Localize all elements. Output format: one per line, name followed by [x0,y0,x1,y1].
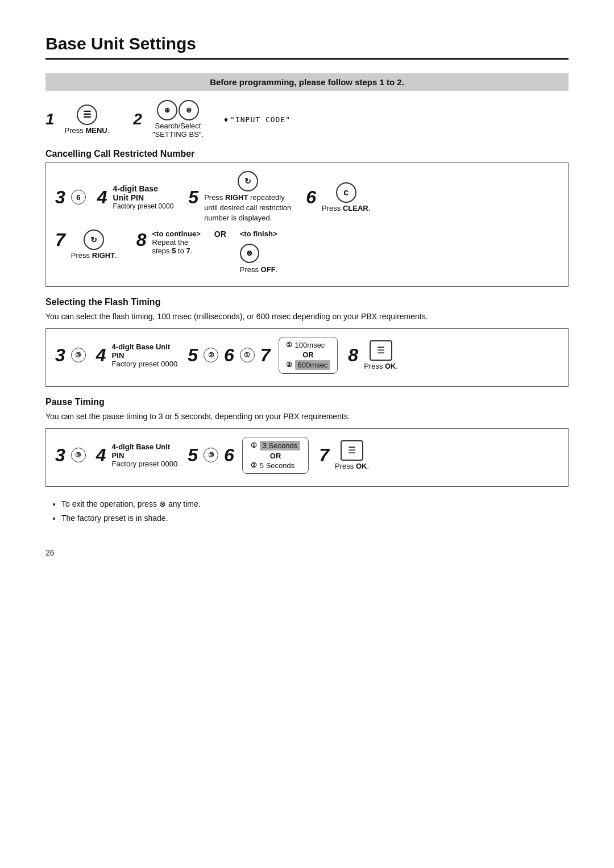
pause-step-3-sub: ③ [71,448,86,462]
pause-step-4: 4 [96,445,106,466]
flash-option-1: ① 100msec [286,341,331,349]
search-icon-2: ⊛ [179,100,199,120]
search-icon-1: ⊕ [157,100,177,120]
pause-ok-label: Press OK. [335,462,369,470]
prereq-bar: Before programming, please follow steps … [45,73,569,91]
flash-option-2: ② 600msec [286,360,331,370]
flash-step-4: 4 [96,345,106,366]
menu-icon: ☰ [77,105,97,125]
pause-step-7-block: ☰ Press OK. [335,440,369,470]
prereq-step-2-label: Search/Select"SETTING BS". [152,122,204,139]
input-code-text: "INPUT CODE" [230,115,291,124]
bullet-2: The factory preset is in shade. [61,511,569,525]
step-6-label: Press CLEAR. [322,204,370,212]
step-7-label: Press RIGHT. [71,251,117,260]
pause-ok-icon: ☰ [341,440,363,461]
step-8-num: 8 [136,229,147,251]
off-icon: ⊗ [240,244,259,263]
prereq-steps-row: 1 ☰ Press MENU. 2 ⊕ ⊛ Search/Select"SETT… [45,100,569,139]
pause-step-5: 5 [188,445,198,466]
flash-step-4-desc: 4-digit Base Unit PIN Factory preset 000… [112,343,178,368]
flash-option-2-label: 600msec [295,360,331,370]
flash-step-5-sub: ② [204,348,218,362]
step-5-block: ↻ Press RIGHT repeatedlyuntil desired ca… [204,171,291,224]
pause-body: You can set the pause timing to 3 or 5 s… [45,411,569,423]
pause-header: Pause Timing [45,397,569,407]
cancelling-row-2: 7 ↻ Press RIGHT. 8 <to continue> Repeat … [55,229,559,274]
flash-ok-label: Press OK. [364,362,398,370]
cancelling-row-1: 3 6 4 4-digit Base Unit PIN Factory pres… [55,171,559,224]
step-6-num: 6 [306,187,316,208]
step-7-block: ↻ Press RIGHT. [71,229,117,260]
step-4-desc: 4-digit Base Unit PIN Factory preset 000… [113,184,174,210]
pause-option-1-label: 3 Seconds [260,441,300,450]
step-6-c-icon: c [336,182,356,203]
flash-header: Selecting the Flash Timing [45,297,569,307]
flash-box: 3 ③ 4 4-digit Base Unit PIN Factory pres… [45,328,569,387]
bullet-1: To exit the operation, press ⊗ any time. [61,497,569,511]
step-5-num: 5 [188,187,198,208]
flash-step-7: 7 [260,345,271,366]
step-7-num: 7 [55,229,65,251]
step-8-off-label: Press OFF. [240,265,277,274]
pause-option-1: ① 3 Seconds [251,441,300,450]
pause-step-6: 6 [224,445,234,466]
flash-step-3: 3 [55,345,65,366]
pause-step-5-sub: ③ [204,448,218,462]
pause-box: 3 ③ 4 4-digit Base Unit PIN Factory pres… [45,428,569,487]
step-8-continue: <to continue> Repeat the steps 5 to 7. [152,229,201,255]
cancelling-header: Cancelling Call Restricted Number [45,149,569,159]
cancelling-box: 3 6 4 4-digit Base Unit PIN Factory pres… [45,162,569,287]
flash-body: You can select the flash timing, 100 mse… [45,311,569,323]
step-5-label: Press RIGHT repeatedlyuntil desired call… [204,193,291,224]
page-title: Base Unit Settings [45,34,569,60]
step-5-icon: ↻ [238,171,258,191]
pause-row: 3 ③ 4 4-digit Base Unit PIN Factory pres… [55,437,559,474]
pause-option-2: ② 5 Seconds [251,461,300,470]
flash-options: ① 100msec OR ② 600msec [279,337,338,374]
pause-step-7: 7 [319,445,329,466]
prereq-step-2-num: 2 [133,110,142,128]
flash-row: 3 ③ 4 4-digit Base Unit PIN Factory pres… [55,337,559,374]
pause-options: ① 3 Seconds OR ② 5 Seconds [242,437,309,474]
flash-step-6-sub: ① [240,348,255,362]
prereq-step-1: ☰ Press MENU. [65,105,110,135]
step-6-block: c Press CLEAR. [322,182,370,212]
flash-ok-icon: ☰ [370,340,392,361]
step-3-sub-icon: 6 [71,190,86,205]
pause-or: OR [251,452,300,460]
step-8-finish: <to finish> ⊗ Press OFF. [240,229,277,274]
prereq-step-2: ⊕ ⊛ Search/Select"SETTING BS". [152,100,204,139]
step-7-icon: ↻ [84,229,104,250]
flash-or: OR [286,350,331,359]
flash-step-3-sub: ③ [71,348,86,362]
pause-option-2-label: 5 Seconds [260,461,294,470]
step-3-num: 3 [55,187,65,208]
flash-step-6: 6 [224,345,234,366]
step-4-num: 4 [97,187,107,208]
prereq-step-1-num: 1 [45,110,55,128]
input-code-block: ♦ "INPUT CODE" [224,115,291,124]
page-number: 26 [45,548,569,557]
flash-step-8: 8 [348,345,358,366]
prereq-step-1-label: Press MENU. [65,126,110,135]
flash-step-5: 5 [188,345,198,366]
flash-step-8-block: ☰ Press OK. [364,340,398,370]
step-8-or: OR [214,229,226,239]
pause-step-4-desc: 4-digit Base Unit PIN Factory preset 000… [112,443,178,468]
flash-option-1-label: 100msec [295,341,325,349]
pause-step-3: 3 [55,445,65,466]
bullet-list: To exit the operation, press ⊗ any time.… [51,497,569,525]
